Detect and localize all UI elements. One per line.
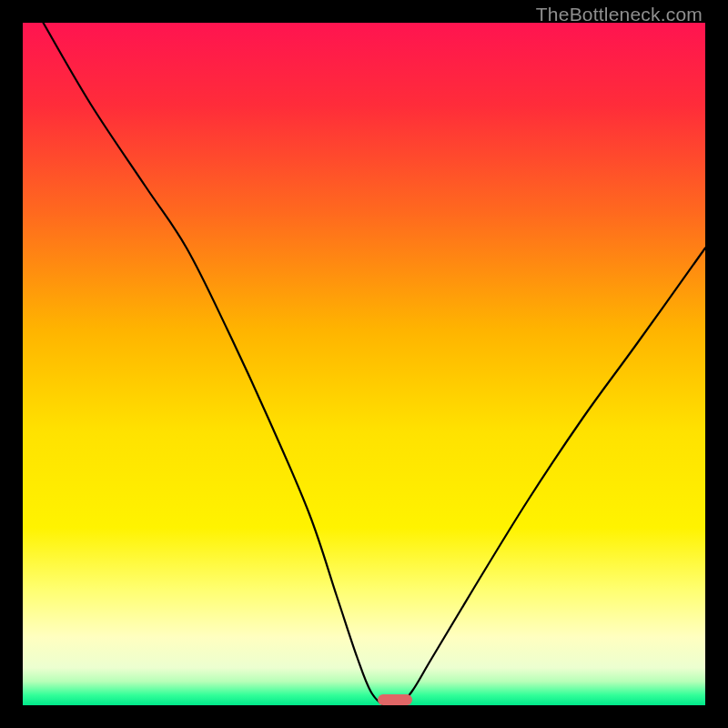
bottleneck-curve bbox=[23, 23, 705, 705]
plot-area bbox=[23, 23, 705, 705]
watermark-label: TheBottleneck.com bbox=[536, 4, 703, 25]
chart-frame: TheBottleneck.com bbox=[0, 0, 728, 728]
optimal-range-marker bbox=[378, 694, 412, 705]
